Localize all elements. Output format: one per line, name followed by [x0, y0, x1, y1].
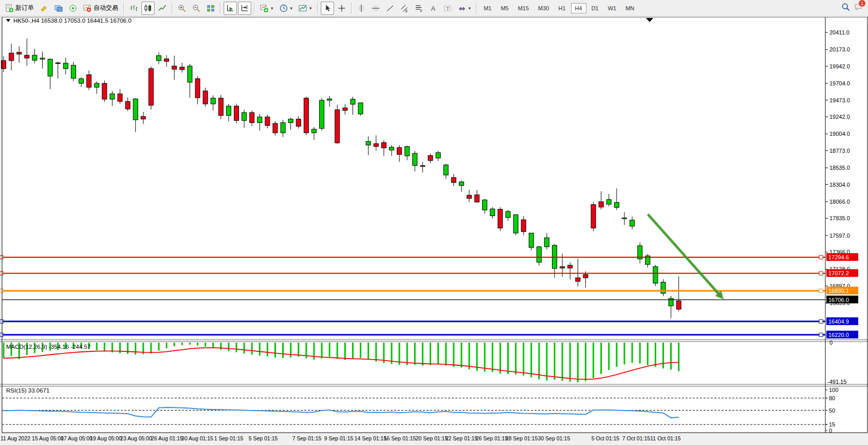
timeframe-m15-button[interactable]: M15: [514, 3, 533, 13]
toolbar-separator: [476, 3, 477, 14]
candle-chart-button[interactable]: [141, 2, 155, 15]
candle: [188, 66, 192, 82]
channel-button[interactable]: E: [398, 2, 411, 15]
vline-button[interactable]: [355, 2, 368, 15]
indicators-button[interactable]: ▾: [257, 2, 276, 15]
line-handle[interactable]: [819, 289, 823, 293]
pane-separator[interactable]: [0, 384, 868, 386]
chart-ohlc-title: HK50-,H4 16538.0 17053.0 16441.5 16706.0: [13, 17, 132, 24]
candle: [483, 200, 487, 210]
candle: [79, 79, 84, 83]
candle: [568, 265, 572, 268]
candle: [63, 63, 68, 69]
date-axis-label: 9 Sep 01:15: [324, 435, 354, 441]
signals-icon: [69, 4, 77, 12]
toolbar-separator: [220, 3, 221, 14]
timeframe-m30-button[interactable]: M30: [534, 3, 553, 13]
auto-scroll-button[interactable]: [224, 2, 237, 15]
line-handle[interactable]: [0, 333, 3, 336]
line-handle[interactable]: [0, 272, 3, 275]
timeframe-w1-button[interactable]: W1: [604, 3, 621, 13]
line-handle[interactable]: [819, 272, 823, 275]
toolbar-separator: [172, 3, 173, 14]
timeframe-h1-button[interactable]: H1: [555, 3, 570, 13]
cursor-icon: [323, 4, 331, 12]
timeframe-mn-button[interactable]: MN: [621, 3, 638, 13]
candle: [110, 94, 115, 99]
label-button[interactable]: T: [441, 2, 454, 15]
line-handle[interactable]: [819, 333, 823, 336]
candle: [576, 278, 580, 281]
hline-button[interactable]: [369, 2, 382, 15]
timeframe-h4-button[interactable]: H4: [571, 3, 586, 13]
chevron-down-icon[interactable]: ▾: [309, 6, 312, 11]
templates-button[interactable]: ▾: [296, 2, 315, 15]
zoom-out-button[interactable]: [190, 2, 203, 15]
candle: [157, 56, 161, 61]
line-handle[interactable]: [0, 256, 3, 259]
zoom-in-button[interactable]: [175, 2, 189, 15]
autotrading-button[interactable]: 自动交易: [81, 2, 121, 15]
styler-button[interactable]: [38, 2, 51, 15]
price-line-label: 16830.1: [828, 288, 849, 294]
candle: [490, 209, 495, 216]
date-axis-label: 15 Aug 05:00: [32, 435, 64, 441]
periods-button[interactable]: ▾: [277, 2, 296, 15]
cursor-button[interactable]: [321, 2, 334, 15]
svg-text:F: F: [420, 9, 422, 12]
timeframe-m5-button[interactable]: M5: [496, 3, 512, 13]
candle: [661, 282, 666, 293]
price-axis-tick-label: 20411.0: [829, 29, 849, 35]
crosshair-button[interactable]: [335, 2, 348, 15]
text-button[interactable]: A: [427, 2, 440, 15]
candle: [390, 147, 394, 150]
autotrading-button-label: 自动交易: [94, 4, 118, 12]
hline-icon: [372, 4, 380, 12]
candle: [180, 67, 184, 69]
notifications-button[interactable]: 1: [854, 3, 863, 13]
trendline-button[interactable]: [383, 2, 397, 15]
candle: [125, 101, 130, 109]
brush-icon: [40, 4, 48, 12]
candle: [133, 99, 138, 120]
candle: [343, 108, 347, 111]
candle: [250, 113, 254, 123]
date-axis-label: 5 Oct 01:15: [592, 435, 619, 441]
price-line-label: 17294.6: [828, 254, 849, 260]
price-axis-tick-label: 18304.0: [829, 182, 850, 188]
line-handle[interactable]: [819, 319, 823, 323]
chart-shift-button[interactable]: [238, 2, 251, 15]
date-axis-label: 16 Sep 01:15: [384, 435, 416, 441]
candle: [164, 59, 169, 61]
line-handle[interactable]: [0, 289, 3, 293]
date-axis-label: 11 Oct 01:15: [650, 435, 681, 441]
shapes-button[interactable]: ▾: [455, 2, 474, 15]
chevron-down-icon[interactable]: ▾: [271, 6, 273, 11]
chevron-down-icon[interactable]: ▾: [290, 6, 293, 11]
line-handle[interactable]: [819, 256, 823, 259]
price-axis-tick-label: 17597.0: [829, 233, 850, 239]
candle: [614, 202, 619, 207]
candle: [451, 177, 456, 183]
new-order-button[interactable]: 新订单: [3, 2, 36, 15]
timeframe-m1-button[interactable]: M1: [479, 3, 495, 13]
tile-windows-button[interactable]: [204, 2, 217, 15]
candle: [545, 238, 549, 247]
line-chart-icon: [158, 4, 167, 12]
line-handle[interactable]: [0, 319, 3, 323]
bar-chart-icon: [130, 4, 138, 12]
timeframe-d1-button[interactable]: D1: [587, 3, 603, 13]
candle: [87, 75, 91, 87]
open-window-button[interactable]: [52, 2, 65, 15]
label-icon: T: [444, 4, 452, 12]
candle: [622, 218, 627, 219]
signals-button[interactable]: [66, 2, 80, 15]
pane-separator[interactable]: [0, 340, 868, 342]
chevron-down-icon[interactable]: ▾: [469, 6, 471, 11]
bar-chart-button[interactable]: [127, 2, 140, 15]
search-button[interactable]: [841, 3, 850, 13]
candle: [498, 209, 503, 228]
fibonacci-button[interactable]: F: [412, 2, 426, 15]
line-chart-button[interactable]: [156, 2, 169, 15]
candle: [521, 220, 526, 232]
